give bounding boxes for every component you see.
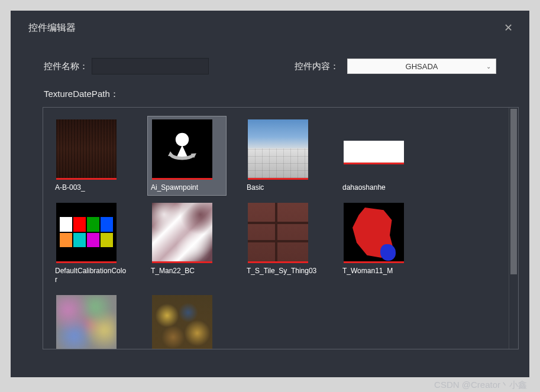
texture-item-tile[interactable]: T_S_Tile_Sy_Thing03: [243, 199, 322, 288]
thumbnail-army: [152, 295, 212, 349]
thumbnail-dahaoshanhe: [344, 141, 404, 164]
dropdown-value: GHSADA: [406, 62, 438, 71]
scrollbar[interactable]: [509, 108, 518, 349]
texture-item-calib[interactable]: DefaultCalibrationColor: [51, 199, 131, 288]
thumbnail-calib: [56, 203, 117, 263]
texture-label: T_S_Tile_Sy_Thing03: [247, 267, 316, 276]
svg-point-0: [176, 132, 189, 145]
thumbnail-a-b-003: [56, 119, 117, 180]
form-row: 控件名称： 控件内容： GHSADA ⌄: [11, 40, 529, 80]
thumbnail-spawn: [152, 119, 212, 180]
texture-item-spawn[interactable]: Ai_Spawnpoint: [147, 116, 227, 196]
texture-label: T_Woman11_M: [342, 267, 393, 276]
thumbnail-tile: [248, 203, 308, 263]
texture-label: A-B-003_: [55, 183, 85, 192]
thumbnail-basic: [248, 119, 308, 180]
texture-label: T_Man22_BC: [151, 267, 195, 276]
texture-item-army[interactable]: 黃巾叛军_D - 副本: [147, 291, 227, 349]
texture-grid: A-B-003_ Ai_SpawnpointBasicdahaoshanheDe…: [43, 108, 509, 349]
texture-grid-container: A-B-003_ Ai_SpawnpointBasicdahaoshanheDe…: [43, 107, 519, 349]
name-input[interactable]: [92, 58, 209, 74]
name-label: 控件名称：: [44, 61, 88, 72]
texture-item-basic[interactable]: Basic: [243, 116, 322, 196]
close-icon[interactable]: ✕: [504, 21, 513, 34]
scroll-thumb[interactable]: [510, 109, 517, 274]
title-bar: 控件编辑器 ✕: [11, 11, 529, 40]
dialog-window: 控件编辑器 ✕ 控件名称： 控件内容： GHSADA ⌄ TextureDate…: [11, 11, 529, 377]
texture-label: Basic: [247, 183, 264, 192]
content-dropdown[interactable]: GHSADA ⌄: [347, 59, 496, 74]
texture-label: Ai_Spawnpoint: [151, 183, 198, 192]
thumbnail-man22: [152, 203, 212, 263]
texture-label: DefaultCalibrationColor: [55, 267, 127, 284]
texture-item-woman11[interactable]: T_Woman11_M: [339, 199, 418, 288]
thumbnail-wind: [56, 295, 117, 349]
texture-item-a-b-003[interactable]: A-B-003_: [51, 116, 131, 196]
section-label: TextureDatePath：: [11, 80, 529, 105]
texture-label: dahaoshanhe: [342, 183, 386, 192]
thumbnail-woman11: [344, 203, 404, 263]
content-label: 控件内容：: [295, 61, 339, 72]
texture-item-dahaoshanhe[interactable]: dahaoshanhe: [339, 116, 418, 196]
texture-item-wind[interactable]: WindTurblenceVectorAndGustMagnitude: [51, 291, 131, 349]
watermark: CSDN @Creator丶小鑫: [434, 380, 527, 391]
texture-item-man22[interactable]: T_Man22_BC: [147, 199, 227, 288]
chevron-down-icon: ⌄: [486, 63, 491, 70]
svg-marker-1: [168, 151, 174, 156]
dialog-title: 控件编辑器: [28, 22, 76, 34]
